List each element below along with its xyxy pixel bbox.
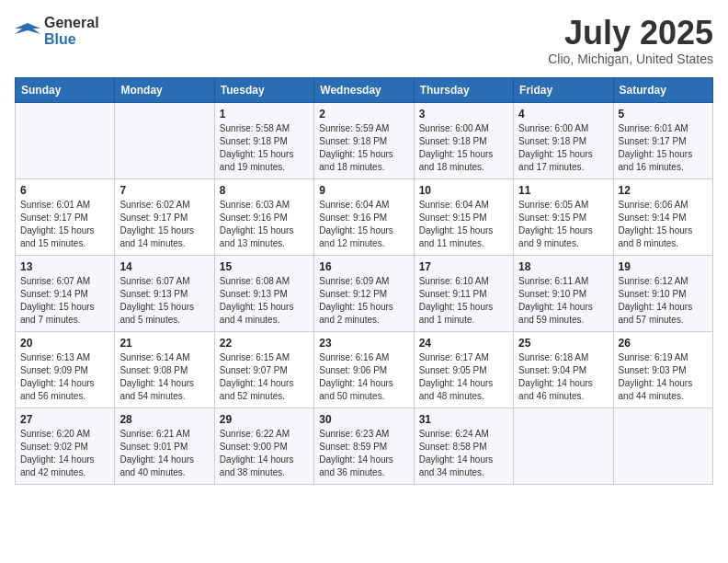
day-number: 8 <box>220 184 309 197</box>
day-header-tuesday: Tuesday <box>214 77 313 102</box>
day-number: 2 <box>319 108 408 121</box>
day-number: 28 <box>119 413 209 426</box>
day-info: Sunrise: 6:19 AM Sunset: 9:03 PM Dayligh… <box>619 351 708 403</box>
calendar-cell: 26Sunrise: 6:19 AM Sunset: 9:03 PM Dayli… <box>613 331 712 408</box>
calendar-cell: 28Sunrise: 6:21 AM Sunset: 9:01 PM Dayli… <box>115 408 214 484</box>
calendar-cell: 29Sunrise: 6:22 AM Sunset: 9:00 PM Dayli… <box>214 408 313 484</box>
day-info: Sunrise: 6:08 AM Sunset: 9:13 PM Dayligh… <box>220 275 309 327</box>
day-info: Sunrise: 6:01 AM Sunset: 9:17 PM Dayligh… <box>619 122 708 174</box>
day-info: Sunrise: 6:24 AM Sunset: 8:58 PM Dayligh… <box>419 428 508 479</box>
calendar-cell: 15Sunrise: 6:08 AM Sunset: 9:13 PM Dayli… <box>214 255 313 331</box>
day-number: 12 <box>619 184 708 197</box>
calendar-cell: 19Sunrise: 6:12 AM Sunset: 9:10 PM Dayli… <box>613 255 712 331</box>
day-header-monday: Monday <box>115 77 214 102</box>
day-number: 15 <box>220 260 309 273</box>
calendar-cell <box>514 408 613 484</box>
calendar-cell: 5Sunrise: 6:01 AM Sunset: 9:17 PM Daylig… <box>613 102 712 178</box>
day-number: 27 <box>20 413 109 426</box>
day-info: Sunrise: 6:21 AM Sunset: 9:01 PM Dayligh… <box>119 428 209 479</box>
day-header-friday: Friday <box>514 77 613 102</box>
day-info: Sunrise: 6:05 AM Sunset: 9:15 PM Dayligh… <box>518 199 608 250</box>
day-number: 26 <box>619 337 708 350</box>
day-info: Sunrise: 6:04 AM Sunset: 9:15 PM Dayligh… <box>419 199 508 250</box>
day-number: 9 <box>319 184 408 197</box>
day-info: Sunrise: 5:59 AM Sunset: 9:18 PM Dayligh… <box>319 122 408 174</box>
day-info: Sunrise: 6:07 AM Sunset: 9:13 PM Dayligh… <box>119 275 209 327</box>
calendar-cell: 25Sunrise: 6:18 AM Sunset: 9:04 PM Dayli… <box>514 331 613 408</box>
day-info: Sunrise: 6:03 AM Sunset: 9:16 PM Dayligh… <box>220 199 309 250</box>
calendar-cell: 18Sunrise: 6:11 AM Sunset: 9:10 PM Dayli… <box>514 255 613 331</box>
calendar-week-row: 13Sunrise: 6:07 AM Sunset: 9:14 PM Dayli… <box>16 255 713 331</box>
calendar-cell: 24Sunrise: 6:17 AM Sunset: 9:05 PM Dayli… <box>414 331 513 408</box>
day-info: Sunrise: 6:02 AM Sunset: 9:17 PM Dayligh… <box>119 199 209 250</box>
day-info: Sunrise: 6:13 AM Sunset: 9:09 PM Dayligh… <box>20 351 109 403</box>
logo-line2: Blue <box>44 31 99 48</box>
day-info: Sunrise: 6:06 AM Sunset: 9:14 PM Dayligh… <box>619 199 708 250</box>
day-number: 18 <box>518 260 608 273</box>
day-info: Sunrise: 6:00 AM Sunset: 9:18 PM Dayligh… <box>419 122 508 174</box>
day-number: 6 <box>20 184 109 197</box>
calendar-cell <box>16 102 115 178</box>
day-info: Sunrise: 6:18 AM Sunset: 9:04 PM Dayligh… <box>518 351 608 403</box>
calendar-cell: 1Sunrise: 5:58 AM Sunset: 9:18 PM Daylig… <box>214 102 313 178</box>
calendar-cell: 11Sunrise: 6:05 AM Sunset: 9:15 PM Dayli… <box>514 178 613 255</box>
calendar-cell: 14Sunrise: 6:07 AM Sunset: 9:13 PM Dayli… <box>115 255 214 331</box>
day-number: 3 <box>419 108 508 121</box>
day-number: 24 <box>419 337 508 350</box>
calendar-cell: 22Sunrise: 6:15 AM Sunset: 9:07 PM Dayli… <box>214 331 313 408</box>
day-header-wednesday: Wednesday <box>314 77 414 102</box>
calendar-cell: 12Sunrise: 6:06 AM Sunset: 9:14 PM Dayli… <box>613 178 712 255</box>
calendar-cell: 31Sunrise: 6:24 AM Sunset: 8:58 PM Dayli… <box>414 408 513 484</box>
calendar-week-row: 27Sunrise: 6:20 AM Sunset: 9:02 PM Dayli… <box>16 408 713 484</box>
day-number: 21 <box>119 337 209 350</box>
calendar-cell: 2Sunrise: 5:59 AM Sunset: 9:18 PM Daylig… <box>314 102 414 178</box>
day-info: Sunrise: 6:01 AM Sunset: 9:17 PM Dayligh… <box>20 199 109 250</box>
calendar-week-row: 6Sunrise: 6:01 AM Sunset: 9:17 PM Daylig… <box>16 178 713 255</box>
day-info: Sunrise: 6:07 AM Sunset: 9:14 PM Dayligh… <box>20 275 109 327</box>
calendar-header-row: SundayMondayTuesdayWednesdayThursdayFrid… <box>16 77 713 102</box>
day-number: 10 <box>419 184 508 197</box>
day-info: Sunrise: 6:22 AM Sunset: 9:00 PM Dayligh… <box>220 428 309 479</box>
calendar-cell: 10Sunrise: 6:04 AM Sunset: 9:15 PM Dayli… <box>414 178 513 255</box>
calendar-cell: 4Sunrise: 6:00 AM Sunset: 9:18 PM Daylig… <box>514 102 613 178</box>
calendar-cell: 8Sunrise: 6:03 AM Sunset: 9:16 PM Daylig… <box>214 178 313 255</box>
day-number: 16 <box>319 260 408 273</box>
day-info: Sunrise: 6:16 AM Sunset: 9:06 PM Dayligh… <box>319 351 408 403</box>
day-number: 31 <box>419 413 508 426</box>
calendar-cell: 27Sunrise: 6:20 AM Sunset: 9:02 PM Dayli… <box>16 408 115 484</box>
day-number: 1 <box>220 108 309 121</box>
day-number: 14 <box>119 260 209 273</box>
day-number: 5 <box>619 108 708 121</box>
day-info: Sunrise: 6:12 AM Sunset: 9:10 PM Dayligh… <box>619 275 708 327</box>
calendar-cell: 3Sunrise: 6:00 AM Sunset: 9:18 PM Daylig… <box>414 102 513 178</box>
logo-icon <box>15 21 40 41</box>
day-header-saturday: Saturday <box>613 77 712 102</box>
logo-line1: General <box>44 15 99 31</box>
calendar-cell: 13Sunrise: 6:07 AM Sunset: 9:14 PM Dayli… <box>16 255 115 331</box>
day-info: Sunrise: 6:11 AM Sunset: 9:10 PM Dayligh… <box>518 275 608 327</box>
day-number: 7 <box>119 184 209 197</box>
day-header-thursday: Thursday <box>414 77 513 102</box>
calendar-cell: 21Sunrise: 6:14 AM Sunset: 9:08 PM Dayli… <box>115 331 214 408</box>
calendar-cell: 17Sunrise: 6:10 AM Sunset: 9:11 PM Dayli… <box>414 255 513 331</box>
calendar-cell: 9Sunrise: 6:04 AM Sunset: 9:16 PM Daylig… <box>314 178 414 255</box>
title-block: July 2025 Clio, Michigan, United States <box>548 15 713 66</box>
day-number: 30 <box>319 413 408 426</box>
day-info: Sunrise: 6:20 AM Sunset: 9:02 PM Dayligh… <box>20 428 109 479</box>
day-number: 19 <box>619 260 708 273</box>
calendar-cell: 7Sunrise: 6:02 AM Sunset: 9:17 PM Daylig… <box>115 178 214 255</box>
day-info: Sunrise: 6:10 AM Sunset: 9:11 PM Dayligh… <box>419 275 508 327</box>
calendar-cell: 16Sunrise: 6:09 AM Sunset: 9:12 PM Dayli… <box>314 255 414 331</box>
calendar-cell <box>115 102 214 178</box>
day-info: Sunrise: 5:58 AM Sunset: 9:18 PM Dayligh… <box>220 122 309 174</box>
svg-marker-0 <box>15 23 40 34</box>
day-info: Sunrise: 6:17 AM Sunset: 9:05 PM Dayligh… <box>419 351 508 403</box>
day-info: Sunrise: 6:23 AM Sunset: 8:59 PM Dayligh… <box>319 428 408 479</box>
calendar-cell: 30Sunrise: 6:23 AM Sunset: 8:59 PM Dayli… <box>314 408 414 484</box>
day-info: Sunrise: 6:04 AM Sunset: 9:16 PM Dayligh… <box>319 199 408 250</box>
day-number: 29 <box>220 413 309 426</box>
day-number: 25 <box>518 337 608 350</box>
location-label: Clio, Michigan, United States <box>548 52 713 66</box>
calendar-cell: 20Sunrise: 6:13 AM Sunset: 9:09 PM Dayli… <box>16 331 115 408</box>
calendar-cell: 6Sunrise: 6:01 AM Sunset: 9:17 PM Daylig… <box>16 178 115 255</box>
